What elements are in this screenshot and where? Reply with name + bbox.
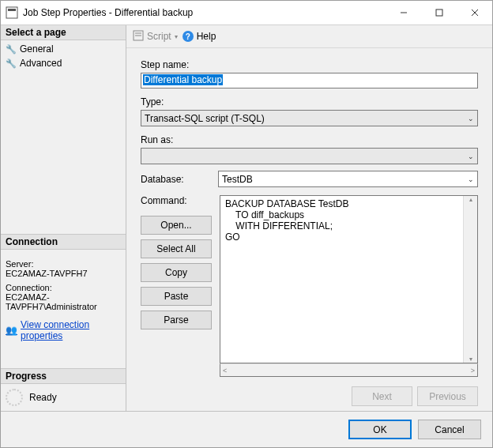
command-area: Command: Open... Select All Copy Paste P… — [141, 195, 478, 377]
connection-icon: 👥 — [6, 325, 17, 336]
progress-status-text: Ready — [29, 392, 57, 403]
script-icon — [133, 30, 144, 43]
cancel-button[interactable]: Cancel — [418, 420, 481, 439]
help-button[interactable]: ? Help — [183, 31, 216, 42]
maximize-button[interactable] — [421, 1, 457, 24]
step-name-value: Differential backup — [143, 74, 223, 85]
database-value: TestDB — [222, 174, 253, 185]
scroll-up-icon: ▴ — [469, 196, 472, 203]
run-as-label: Run as: — [141, 134, 478, 145]
step-name-label: Step name: — [141, 59, 478, 70]
svg-rect-1 — [8, 9, 16, 11]
copy-button[interactable]: Copy — [141, 263, 212, 282]
open-button[interactable]: Open... — [141, 216, 212, 235]
paste-button[interactable]: Paste — [141, 287, 212, 306]
next-button[interactable]: Next — [352, 386, 412, 406]
view-connection-properties-link[interactable]: 👥 View connection properties — [1, 316, 126, 344]
app-icon — [6, 6, 18, 19]
progress-status-block: Ready — [1, 384, 126, 411]
select-page-header: Select a page — [1, 25, 126, 40]
command-sidebar: Command: Open... Select All Copy Paste P… — [141, 195, 212, 377]
type-combo[interactable]: Transact-SQL script (T-SQL) ⌄ — [141, 110, 478, 126]
step-name-input[interactable]: Differential backup — [141, 73, 478, 88]
horizontal-scrollbar[interactable]: < > — [220, 363, 478, 377]
page-label: General — [20, 43, 54, 55]
page-list: 🔧 General 🔧 Advanced — [1, 40, 126, 72]
previous-button[interactable]: Previous — [417, 386, 478, 406]
close-button[interactable] — [457, 1, 492, 24]
step-nav-row: Next Previous — [126, 382, 492, 411]
vertical-scrollbar[interactable]: ▴▾ — [463, 196, 477, 363]
parse-button[interactable]: Parse — [141, 311, 212, 329]
progress-spinner-icon — [6, 389, 23, 406]
ok-button[interactable]: OK — [348, 420, 412, 439]
command-text: BACKUP DATABASE TestDB TO diff_backups W… — [225, 198, 349, 243]
toolbar: Script ▾ ? Help — [126, 25, 492, 48]
type-label: Type: — [141, 96, 478, 107]
type-value: Transact-SQL script (T-SQL) — [145, 113, 265, 124]
connection-info: Server: EC2AMAZ-TAVPFH7 Connection: EC2A… — [1, 250, 126, 316]
script-label: Script — [147, 31, 171, 42]
server-label: Server: — [6, 259, 121, 269]
svg-rect-3 — [436, 9, 442, 16]
page-advanced[interactable]: 🔧 Advanced — [1, 56, 126, 70]
dialog-buttons: OK Cancel — [1, 411, 492, 447]
window-title: Job Step Properties - Differential backu… — [23, 7, 386, 18]
server-value: EC2AMAZ-TAVPFH7 — [6, 269, 121, 278]
chevron-down-icon: ⌄ — [468, 115, 474, 122]
run-as-combo[interactable]: ⌄ — [141, 148, 478, 164]
body: Select a page 🔧 General 🔧 Advanced Conne… — [1, 25, 492, 411]
script-button[interactable]: Script ▾ — [133, 30, 178, 43]
page-label: Advanced — [20, 58, 62, 69]
connection-label: Connection: — [6, 283, 121, 292]
scroll-down-icon: ▾ — [469, 356, 472, 363]
help-label: Help — [197, 31, 216, 42]
scroll-right-icon: > — [471, 367, 475, 375]
dialog-window: Job Step Properties - Differential backu… — [0, 0, 493, 448]
wrench-icon: 🔧 — [6, 58, 17, 69]
titlebar: Job Step Properties - Differential backu… — [1, 1, 492, 25]
chevron-down-icon: ▾ — [175, 33, 178, 40]
chevron-down-icon: ⌄ — [468, 175, 474, 183]
sidebar: Select a page 🔧 General 🔧 Advanced Conne… — [1, 25, 126, 411]
chevron-down-icon: ⌄ — [468, 152, 474, 160]
command-label: Command: — [141, 195, 212, 206]
wrench-icon: 🔧 — [6, 43, 17, 55]
database-label: Database: — [141, 174, 199, 185]
main-panel: Script ▾ ? Help Step name: Differential … — [126, 25, 492, 411]
command-textbox-wrap: BACKUP DATABASE TestDB TO diff_backups W… — [220, 195, 478, 377]
help-icon: ? — [183, 31, 194, 42]
command-textbox[interactable]: BACKUP DATABASE TestDB TO diff_backups W… — [220, 195, 478, 363]
database-combo[interactable]: TestDB ⌄ — [218, 171, 478, 187]
minimize-button[interactable] — [386, 1, 421, 24]
page-general[interactable]: 🔧 General — [1, 42, 126, 56]
progress-header: Progress — [1, 368, 126, 384]
link-text: View connection properties — [21, 319, 121, 341]
select-all-button[interactable]: Select All — [141, 239, 212, 258]
form: Step name: Differential backup Type: Tra… — [126, 48, 492, 382]
connection-header: Connection — [1, 234, 126, 250]
connection-value: EC2AMAZ-TAVPFH7\Administrator — [6, 292, 121, 311]
scroll-left-icon: < — [223, 367, 227, 375]
